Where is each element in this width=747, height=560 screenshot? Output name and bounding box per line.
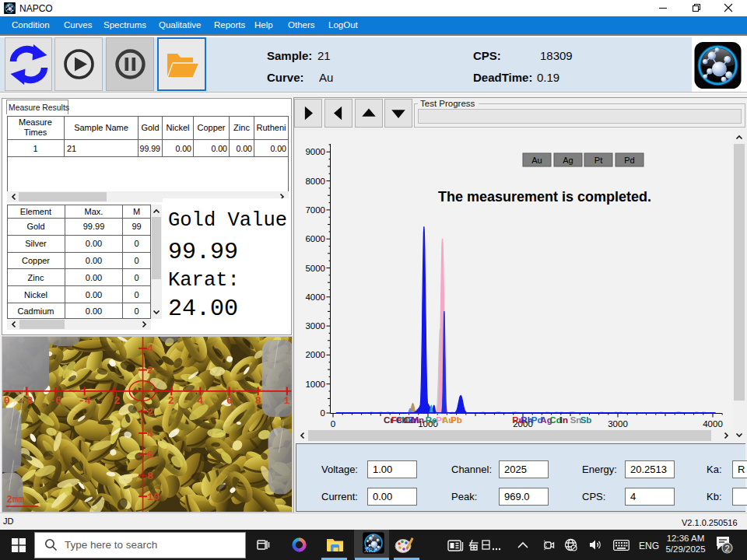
svg-text:2: 2 <box>147 365 153 376</box>
svg-text:2: 2 <box>147 407 153 418</box>
svg-text:1000: 1000 <box>305 380 325 389</box>
svg-text:3000: 3000 <box>305 321 325 331</box>
svg-text:6000: 6000 <box>305 234 325 243</box>
svg-text:Pb: Pb <box>451 415 462 425</box>
svg-text:Re: Re <box>426 415 437 425</box>
svg-text:Ag: Ag <box>563 156 573 165</box>
svg-text:2mm: 2mm <box>7 495 24 506</box>
svg-text:Pd: Pd <box>624 156 634 165</box>
svg-text:1: 1 <box>283 395 289 407</box>
svg-text:3000: 3000 <box>608 419 628 429</box>
svg-text:6: 6 <box>147 450 153 461</box>
svg-text:2: 2 <box>168 395 174 407</box>
svg-text:8: 8 <box>255 395 261 407</box>
svg-text:2000: 2000 <box>305 350 325 359</box>
svg-text:4: 4 <box>197 395 203 407</box>
svg-text:0: 0 <box>4 395 10 407</box>
svg-text:10: 10 <box>147 492 160 503</box>
svg-text:8: 8 <box>147 471 153 482</box>
svg-text:-4: -4 <box>79 395 91 407</box>
svg-text:-2: -2 <box>107 395 120 407</box>
svg-text:4000: 4000 <box>703 419 723 429</box>
svg-text:Sb: Sb <box>580 415 592 425</box>
svg-text:4000: 4000 <box>305 292 325 302</box>
svg-text:4: 4 <box>147 343 153 355</box>
svg-text:The measurement is completed.: The measurement is completed. <box>438 189 651 205</box>
svg-text:5000: 5000 <box>305 264 325 273</box>
svg-text:9000: 9000 <box>305 147 325 156</box>
svg-text:0: 0 <box>321 408 325 418</box>
svg-text:4: 4 <box>147 429 153 440</box>
svg-text:Au: Au <box>531 156 542 165</box>
svg-text:8000: 8000 <box>305 177 325 186</box>
svg-text:Mn: Mn <box>411 415 424 425</box>
svg-text:0: 0 <box>331 419 335 429</box>
svg-text:2: 2 <box>724 544 729 553</box>
svg-text:-6: -6 <box>49 395 61 407</box>
svg-text:-8: -8 <box>20 395 33 407</box>
svg-text:In: In <box>560 415 568 425</box>
svg-text:Pt: Pt <box>594 156 602 165</box>
svg-text:6: 6 <box>226 395 233 407</box>
svg-text:7000: 7000 <box>305 205 325 215</box>
